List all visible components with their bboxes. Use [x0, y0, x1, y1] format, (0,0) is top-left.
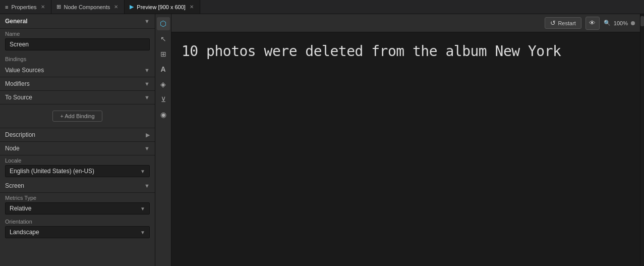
description-chevron-icon: ▶	[146, 132, 150, 138]
metrics-type-value: Relative	[10, 205, 31, 212]
tab-properties[interactable]: ≡ Properties ✕	[0, 0, 51, 14]
screen-header[interactable]: Screen ▼	[0, 179, 155, 192]
value-sources-header[interactable]: Value Sources ▼	[0, 64, 155, 77]
screen-chevron-icon: ▼	[144, 183, 150, 189]
tab-node-components-close[interactable]: ✕	[113, 4, 119, 10]
grid-tool-button[interactable]: ⊞	[157, 47, 170, 61]
add-binding-row: + Add Binding	[0, 104, 155, 128]
screen-title: Screen	[5, 182, 24, 189]
description-section: Description ▶	[0, 128, 155, 142]
restart-icon: ↺	[550, 19, 556, 27]
node-section: Node ▼	[0, 142, 155, 155]
cursor-tool-button[interactable]: ⬡	[157, 17, 170, 30]
general-section-title: General	[5, 18, 28, 25]
preview-canvas: 10 photos were deleted from the album Ne…	[171, 32, 640, 266]
metrics-type-label: Metrics Type	[5, 195, 150, 201]
zoom-area: 🔍 100%	[604, 20, 635, 26]
preview-topbar: ↺ Restart 👁 🔍 100%	[171, 14, 640, 32]
to-source-header[interactable]: To Source ▼	[0, 91, 155, 104]
zoom-dot	[631, 21, 635, 25]
eye-icon: 👁	[589, 19, 596, 27]
name-value[interactable]: Screen	[5, 38, 150, 50]
tab-preview[interactable]: ▶ Preview [900 x 600] ✕	[125, 0, 200, 14]
to-source-title: To Source	[5, 94, 32, 101]
cursor-icon: ⬡	[160, 19, 166, 28]
metrics-type-field-row: Metrics Type Relative ▼	[0, 193, 155, 217]
locale-label: Locale	[5, 157, 150, 164]
text-icon: A	[160, 65, 165, 73]
properties-tab-icon: ≡	[5, 4, 8, 10]
modifiers-title: Modifiers	[5, 80, 30, 87]
restart-button[interactable]: ↺ Restart	[545, 17, 581, 29]
restart-label: Restart	[558, 20, 575, 26]
tab-node-components-label: Node Components	[64, 4, 110, 10]
tab-properties-label: Properties	[11, 4, 36, 10]
modifiers-header[interactable]: Modifiers ▼	[0, 77, 155, 90]
metrics-type-select[interactable]: Relative ▼	[5, 202, 150, 215]
preview-eye-button[interactable]: 👁	[586, 17, 600, 30]
metrics-type-arrow-icon: ▼	[140, 206, 145, 211]
zoom-icon: 🔍	[604, 20, 611, 26]
locale-select[interactable]: English (United States) (en-US) ▼	[5, 165, 150, 177]
node-components-tab-icon: ⊞	[56, 4, 61, 10]
tab-bar: ≡ Properties ✕ ⊞ Node Components ✕ ▶ Pre…	[0, 0, 644, 14]
general-section-header[interactable]: General ▼	[0, 14, 155, 29]
add-binding-button[interactable]: + Add Binding	[52, 111, 102, 122]
preview-area: ↺ Restart 👁 🔍 100% 10 photos were delete…	[171, 14, 640, 266]
grid-icon: ⊞	[160, 50, 166, 58]
node-title: Node	[5, 145, 20, 152]
orientation-field-row: Orientation Landscape ▼	[0, 217, 155, 240]
to-source-section: To Source ▼	[0, 91, 155, 104]
locale-field-row: Locale English (United States) (en-US) ▼	[0, 155, 155, 179]
zoom-value: 100%	[614, 20, 628, 26]
value-sources-title: Value Sources	[5, 67, 44, 74]
orientation-select[interactable]: Landscape ▼	[5, 226, 150, 238]
bindings-label: Bindings	[5, 56, 26, 62]
locale-value: English (United States) (en-US)	[10, 168, 94, 175]
pointer-tool-button[interactable]: ↖	[157, 32, 170, 45]
layers-icon: ◈	[160, 80, 166, 88]
description-header[interactable]: Description ▶	[0, 128, 155, 141]
right-scrollbar[interactable]	[640, 14, 644, 266]
tab-node-components[interactable]: ⊞ Node Components ✕	[51, 0, 125, 14]
tab-properties-close[interactable]: ✕	[40, 4, 46, 10]
toolbar-strip: ⬡ ↖ ⊞ A ◈ ⊻ ◉	[155, 14, 171, 266]
to-source-chevron-icon: ▼	[144, 94, 150, 100]
modifiers-chevron-icon: ▼	[144, 81, 150, 87]
description-title: Description	[5, 131, 35, 138]
main-layout: General ▼ Name Screen Bindings Value Sou…	[0, 14, 644, 266]
properties-panel: General ▼ Name Screen Bindings Value Sou…	[0, 14, 155, 266]
name-field-row: Name Screen	[0, 29, 155, 52]
bindings-label-row: Bindings	[0, 52, 155, 64]
tab-preview-close[interactable]: ✕	[189, 4, 195, 10]
node-chevron-icon: ▼	[144, 145, 150, 151]
screen-section: Screen ▼	[0, 179, 155, 193]
orientation-value: Landscape	[10, 229, 39, 236]
orientation-label: Orientation	[5, 219, 150, 225]
share-icon: ⊻	[161, 95, 166, 103]
camera-tool-button[interactable]: ◉	[157, 108, 170, 121]
preview-tab-icon: ▶	[130, 4, 134, 10]
share-tool-button[interactable]: ⊻	[157, 93, 170, 106]
node-header[interactable]: Node ▼	[0, 142, 155, 155]
value-sources-chevron-icon: ▼	[144, 67, 150, 73]
tab-preview-label: Preview [900 x 600]	[137, 4, 186, 10]
orientation-arrow-icon: ▼	[140, 230, 145, 235]
camera-icon: ◉	[160, 111, 166, 119]
value-sources-section: Value Sources ▼	[0, 64, 155, 77]
preview-text-content: 10 photos were deleted from the album Ne…	[182, 42, 630, 61]
name-label: Name	[5, 31, 150, 37]
modifiers-section: Modifiers ▼	[0, 77, 155, 91]
layers-tool-button[interactable]: ◈	[157, 78, 170, 91]
pointer-icon: ↖	[160, 35, 166, 43]
locale-select-arrow-icon: ▼	[140, 169, 145, 174]
text-tool-button[interactable]: A	[157, 63, 170, 76]
general-chevron-icon: ▼	[144, 18, 150, 24]
